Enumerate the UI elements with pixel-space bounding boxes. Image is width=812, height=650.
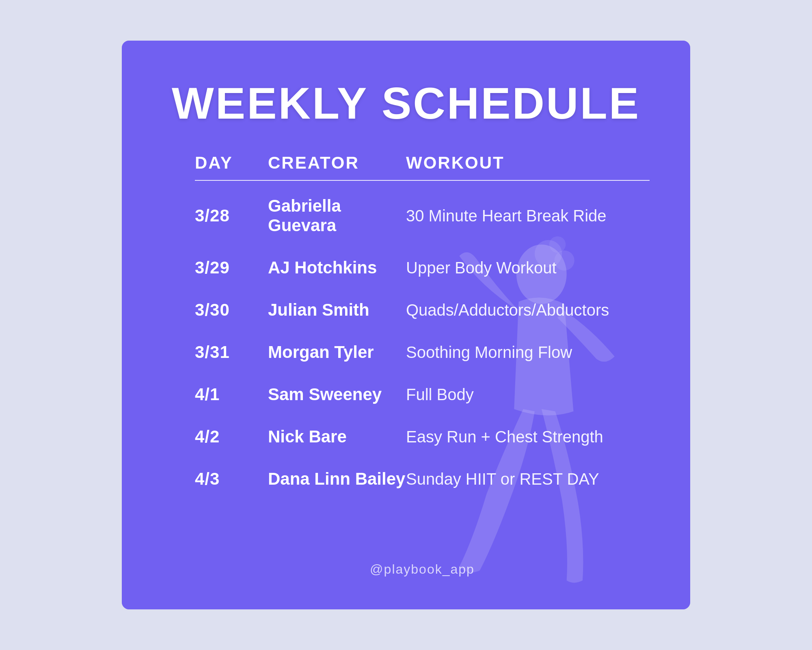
col-creator: CREATOR <box>268 153 406 173</box>
table-row: 4/3 Dana Linn Bailey Sunday HIIT or REST… <box>195 458 650 500</box>
row-day: 4/2 <box>195 427 268 446</box>
row-workout: Upper Body Workout <box>406 259 650 277</box>
table-row: 3/30 Julian Smith Quads/Adductors/Abduct… <box>195 289 650 331</box>
row-day: 3/28 <box>195 206 268 225</box>
table-header: DAY CREATOR WORKOUT <box>195 153 650 181</box>
row-creator: AJ Hotchkins <box>268 258 406 277</box>
row-day: 3/30 <box>195 300 268 320</box>
row-creator: Morgan Tyler <box>268 342 406 362</box>
table-row: 3/29 AJ Hotchkins Upper Body Workout <box>195 247 650 289</box>
col-day: DAY <box>195 153 268 173</box>
row-workout: Quads/Adductors/Abductors <box>406 301 650 319</box>
row-day: 4/3 <box>195 469 268 489</box>
table-row: 3/31 Morgan Tyler Soothing Morning Flow <box>195 331 650 373</box>
table-row: 3/28 Gabriella Guevara 30 Minute Heart B… <box>195 185 650 247</box>
row-creator: Nick Bare <box>268 427 406 446</box>
row-workout: Full Body <box>406 386 650 404</box>
table-row: 4/1 Sam Sweeney Full Body <box>195 373 650 416</box>
row-workout: 30 Minute Heart Break Ride <box>406 207 650 225</box>
page-title: WEEKLY SCHEDULE <box>162 77 650 129</box>
table-row: 4/2 Nick Bare Easy Run + Chest Strength <box>195 416 650 458</box>
weekly-schedule-card: WEEKLY SCHEDULE DAY CREATOR WORKOUT 3/28… <box>122 41 690 609</box>
row-creator: Sam Sweeney <box>268 385 406 404</box>
row-creator: Gabriella Guevara <box>268 196 406 235</box>
row-workout: Sunday HIIT or REST DAY <box>406 470 650 488</box>
row-creator: Dana Linn Bailey <box>268 469 406 489</box>
row-workout: Soothing Morning Flow <box>406 343 650 362</box>
content-area: WEEKLY SCHEDULE DAY CREATOR WORKOUT 3/28… <box>122 41 690 609</box>
col-workout: WORKOUT <box>406 153 650 173</box>
schedule-table: DAY CREATOR WORKOUT 3/28 Gabriella Gueva… <box>195 153 650 558</box>
row-creator: Julian Smith <box>268 300 406 320</box>
row-day: 3/29 <box>195 258 268 277</box>
row-day: 3/31 <box>195 342 268 362</box>
table-rows: 3/28 Gabriella Guevara 30 Minute Heart B… <box>195 185 650 500</box>
footer-handle: @playbook_app <box>195 562 650 585</box>
row-workout: Easy Run + Chest Strength <box>406 428 650 446</box>
row-day: 4/1 <box>195 385 268 404</box>
